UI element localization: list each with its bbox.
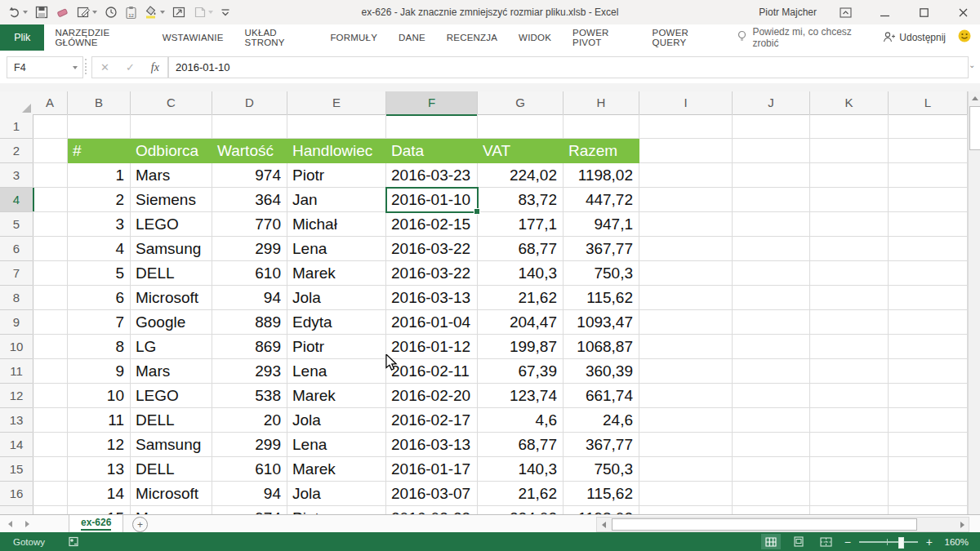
row-header-9[interactable]: 9 (0, 310, 33, 335)
ribbon-tab-formu-y[interactable]: FORMUŁY (319, 24, 388, 51)
cell-I5[interactable] (639, 212, 733, 237)
cell-B5[interactable]: 3 (68, 212, 131, 237)
cell-B2[interactable]: # (68, 139, 131, 163)
macro-record-icon[interactable] (68, 536, 79, 547)
cell-G16[interactable]: 21,62 (478, 482, 564, 506)
cell-A1[interactable] (33, 114, 68, 139)
row-header-15[interactable]: 15 (0, 457, 33, 482)
cell-A9[interactable] (33, 310, 68, 335)
cell-H13[interactable]: 24,6 (564, 408, 639, 433)
cell-H15[interactable]: 750,3 (564, 457, 639, 482)
cell-L11[interactable] (889, 359, 968, 384)
cell-E17[interactable]: Piotr (287, 506, 386, 514)
cell-C10[interactable]: LG (131, 335, 212, 359)
cell-C12[interactable]: LEGO (131, 384, 212, 408)
cell-F5[interactable]: 2016-02-15 (386, 212, 478, 237)
cell-E3[interactable]: Piotr (287, 163, 386, 188)
signed-in-user[interactable]: Piotr Majcher (759, 7, 817, 18)
cell-A7[interactable] (33, 261, 68, 286)
cell-C7[interactable]: DELL (131, 261, 212, 286)
cell-C16[interactable]: Microsoft (131, 482, 212, 506)
row-header-17[interactable]: 17 (0, 506, 33, 514)
cell-D17[interactable]: 974 (212, 506, 287, 514)
cell-K2[interactable] (810, 139, 889, 163)
cell-G12[interactable]: 123,74 (478, 384, 564, 408)
cell-A15[interactable] (33, 457, 68, 482)
row-header-12[interactable]: 12 (0, 384, 33, 408)
cell-H9[interactable]: 1093,47 (564, 310, 639, 335)
cell-H11[interactable]: 360,39 (564, 359, 639, 384)
cell-G6[interactable]: 68,77 (478, 237, 564, 261)
row-header-1[interactable]: 1 (0, 114, 33, 139)
cell-E10[interactable]: Piotr (287, 335, 386, 359)
cell-I14[interactable] (639, 433, 733, 457)
cell-D1[interactable] (212, 114, 287, 139)
cell-F13[interactable]: 2016-02-17 (386, 408, 478, 433)
ribbon-tab-power-query[interactable]: POWER QUERY (642, 24, 726, 51)
scroll-right-icon[interactable] (956, 522, 969, 528)
cell-K8[interactable] (810, 286, 889, 310)
cell-L16[interactable] (889, 482, 968, 506)
minimize-button[interactable] (874, 3, 895, 21)
cell-D9[interactable]: 889 (212, 310, 287, 335)
cell-F16[interactable]: 2016-03-07 (386, 482, 478, 506)
cell-J2[interactable] (733, 139, 810, 163)
smiley-feedback-icon[interactable] (957, 29, 972, 47)
cell-A6[interactable] (33, 237, 68, 261)
cell-L17[interactable] (889, 506, 968, 514)
cell-B16[interactable]: 14 (68, 482, 131, 506)
cell-K9[interactable] (810, 310, 889, 335)
row-header-2[interactable]: 2 (0, 139, 33, 163)
cell-L6[interactable] (889, 237, 968, 261)
cell-J8[interactable] (733, 286, 810, 310)
cell-J17[interactable] (733, 506, 810, 514)
cell-D14[interactable]: 299 (212, 433, 287, 457)
cell-D3[interactable]: 974 (212, 163, 287, 188)
formula-input[interactable]: 2016-01-10 (168, 56, 969, 78)
cell-L2[interactable] (889, 139, 968, 163)
cell-E16[interactable]: Jola (287, 482, 386, 506)
cell-L8[interactable] (889, 286, 968, 310)
cell-J4[interactable] (733, 188, 810, 212)
cell-K16[interactable] (810, 482, 889, 506)
cell-I6[interactable] (639, 237, 733, 261)
cell-F7[interactable]: 2016-03-22 (386, 261, 478, 286)
column-header-I[interactable]: I (639, 91, 733, 115)
cell-J5[interactable] (733, 212, 810, 237)
cell-B8[interactable]: 6 (68, 286, 131, 310)
cell-B3[interactable]: 1 (68, 163, 131, 188)
eraser-icon[interactable] (56, 6, 69, 19)
cell-L9[interactable] (889, 310, 968, 335)
cell-A12[interactable] (33, 384, 68, 408)
cell-J1[interactable] (733, 114, 810, 139)
cell-H5[interactable]: 947,1 (564, 212, 639, 237)
cell-H10[interactable]: 1068,87 (564, 335, 639, 359)
column-header-E[interactable]: E (287, 91, 386, 115)
cell-D2[interactable]: Wartość (212, 139, 287, 163)
cell-D5[interactable]: 770 (212, 212, 287, 237)
cell-K12[interactable] (810, 384, 889, 408)
cell-E7[interactable]: Marek (287, 261, 386, 286)
save-icon[interactable] (35, 6, 48, 19)
cell-G9[interactable]: 204,47 (478, 310, 564, 335)
cell-A11[interactable] (33, 359, 68, 384)
cell-E6[interactable]: Lena (287, 237, 386, 261)
cell-C11[interactable]: Mars (131, 359, 212, 384)
cell-B6[interactable]: 4 (68, 237, 131, 261)
cell-D11[interactable]: 293 (212, 359, 287, 384)
ribbon-tab-recenzja[interactable]: RECENZJA (436, 24, 508, 51)
cell-I11[interactable] (639, 359, 733, 384)
row-header-7[interactable]: 7 (0, 261, 33, 286)
scroll-up-icon[interactable] (969, 91, 980, 104)
cell-F9[interactable]: 2016-01-04 (386, 310, 478, 335)
edit-mode-icon[interactable] (77, 6, 97, 19)
cell-H12[interactable]: 661,74 (564, 384, 639, 408)
row-header-14[interactable]: 14 (0, 433, 33, 457)
horizontal-scrollbar-thumb[interactable] (612, 518, 917, 531)
cell-E4[interactable]: Jan (287, 188, 386, 212)
column-header-A[interactable]: A (33, 91, 68, 115)
next-sheet-icon[interactable] (25, 521, 29, 527)
cell-G7[interactable]: 140,3 (478, 261, 564, 286)
scroll-left-icon[interactable] (597, 522, 610, 528)
cell-H16[interactable]: 115,62 (564, 482, 639, 506)
